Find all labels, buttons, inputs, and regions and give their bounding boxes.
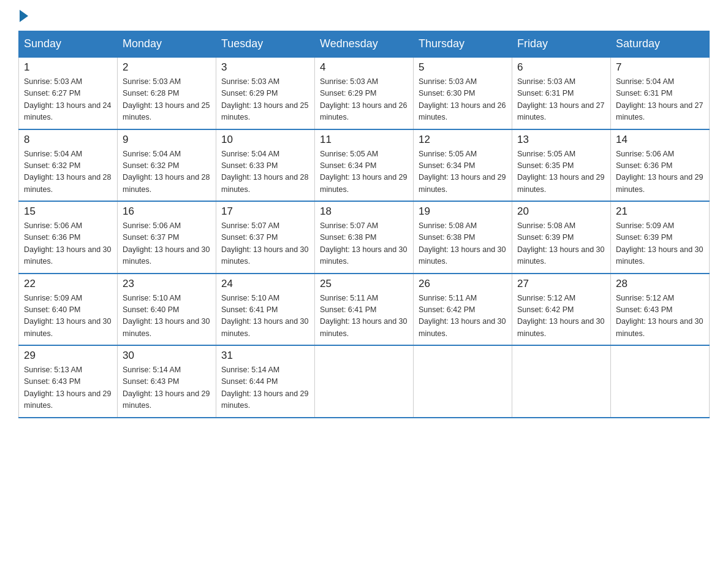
day-info: Sunrise: 5:10 AMSunset: 6:40 PMDaylight:… — [123, 293, 211, 340]
day-info: Sunrise: 5:08 AMSunset: 6:39 PMDaylight:… — [517, 220, 605, 268]
day-info: Sunrise: 5:14 AMSunset: 6:43 PMDaylight:… — [123, 364, 211, 412]
day-number: 8 — [24, 134, 112, 146]
calendar-cell: 5Sunrise: 5:03 AMSunset: 6:30 PMDaylight… — [414, 57, 512, 129]
day-number: 24 — [221, 278, 309, 290]
day-number: 12 — [419, 134, 507, 146]
calendar-cell — [414, 345, 512, 418]
header-cell-monday: Monday — [118, 31, 216, 58]
calendar-cell: 22Sunrise: 5:09 AMSunset: 6:40 PMDayligh… — [19, 274, 118, 346]
calendar-cell: 20Sunrise: 5:08 AMSunset: 6:39 PMDayligh… — [512, 201, 611, 274]
calendar-cell: 31Sunrise: 5:14 AMSunset: 6:44 PMDayligh… — [216, 345, 315, 418]
calendar-cell: 26Sunrise: 5:11 AMSunset: 6:42 PMDayligh… — [414, 274, 512, 346]
day-info: Sunrise: 5:05 AMSunset: 6:34 PMDaylight:… — [419, 148, 507, 196]
day-number: 30 — [123, 350, 211, 362]
calendar-cell: 7Sunrise: 5:04 AMSunset: 6:31 PMDaylight… — [611, 57, 710, 129]
day-info: Sunrise: 5:11 AMSunset: 6:41 PMDaylight:… — [320, 293, 408, 340]
day-number: 20 — [517, 205, 605, 218]
calendar-cell — [512, 345, 611, 418]
header-row: SundayMondayTuesdayWednesdayThursdayFrid… — [19, 31, 710, 58]
day-info: Sunrise: 5:06 AMSunset: 6:37 PMDaylight:… — [123, 220, 211, 268]
day-number: 9 — [123, 134, 211, 146]
day-number: 1 — [24, 61, 112, 74]
day-number: 19 — [419, 205, 507, 218]
day-info: Sunrise: 5:03 AMSunset: 6:28 PMDaylight:… — [123, 76, 211, 124]
header-cell-saturday: Saturday — [611, 31, 710, 58]
calendar-cell: 11Sunrise: 5:05 AMSunset: 6:34 PMDayligh… — [315, 129, 414, 202]
day-info: Sunrise: 5:03 AMSunset: 6:31 PMDaylight:… — [517, 76, 605, 124]
calendar-cell: 2Sunrise: 5:03 AMSunset: 6:28 PMDaylight… — [118, 57, 216, 129]
logo-triangle-icon — [20, 10, 28, 22]
day-number: 2 — [123, 61, 211, 74]
day-number: 17 — [221, 205, 309, 218]
day-info: Sunrise: 5:08 AMSunset: 6:38 PMDaylight:… — [419, 220, 507, 268]
day-info: Sunrise: 5:03 AMSunset: 6:29 PMDaylight:… — [320, 76, 408, 124]
day-info: Sunrise: 5:05 AMSunset: 6:35 PMDaylight:… — [517, 148, 605, 196]
day-number: 14 — [616, 134, 704, 146]
calendar-cell: 9Sunrise: 5:04 AMSunset: 6:32 PMDaylight… — [118, 129, 216, 202]
header-cell-sunday: Sunday — [19, 31, 118, 58]
day-info: Sunrise: 5:03 AMSunset: 6:30 PMDaylight:… — [419, 76, 507, 124]
day-number: 28 — [616, 278, 704, 290]
calendar-cell: 27Sunrise: 5:12 AMSunset: 6:42 PMDayligh… — [512, 274, 611, 346]
day-info: Sunrise: 5:03 AMSunset: 6:29 PMDaylight:… — [221, 76, 309, 124]
day-number: 13 — [517, 134, 605, 146]
calendar-row-3: 15Sunrise: 5:06 AMSunset: 6:36 PMDayligh… — [19, 201, 710, 274]
day-info: Sunrise: 5:12 AMSunset: 6:43 PMDaylight:… — [616, 293, 704, 340]
day-info: Sunrise: 5:12 AMSunset: 6:42 PMDaylight:… — [517, 293, 605, 340]
day-number: 31 — [221, 350, 309, 362]
day-number: 21 — [616, 205, 704, 218]
page-header — [18, 12, 710, 25]
calendar-row-1: 1Sunrise: 5:03 AMSunset: 6:27 PMDaylight… — [19, 57, 710, 129]
calendar-cell — [611, 345, 710, 418]
day-info: Sunrise: 5:06 AMSunset: 6:36 PMDaylight:… — [616, 148, 704, 196]
calendar-cell: 6Sunrise: 5:03 AMSunset: 6:31 PMDaylight… — [512, 57, 611, 129]
day-info: Sunrise: 5:09 AMSunset: 6:39 PMDaylight:… — [616, 220, 704, 268]
day-info: Sunrise: 5:09 AMSunset: 6:40 PMDaylight:… — [24, 293, 112, 340]
calendar-body: 1Sunrise: 5:03 AMSunset: 6:27 PMDaylight… — [19, 57, 710, 418]
calendar-cell: 1Sunrise: 5:03 AMSunset: 6:27 PMDaylight… — [19, 57, 118, 129]
day-number: 11 — [320, 134, 408, 146]
day-info: Sunrise: 5:04 AMSunset: 6:32 PMDaylight:… — [123, 148, 211, 196]
calendar-cell: 10Sunrise: 5:04 AMSunset: 6:33 PMDayligh… — [216, 129, 315, 202]
day-info: Sunrise: 5:07 AMSunset: 6:38 PMDaylight:… — [320, 220, 408, 268]
day-info: Sunrise: 5:11 AMSunset: 6:42 PMDaylight:… — [419, 293, 507, 340]
day-number: 6 — [517, 61, 605, 74]
calendar-cell: 8Sunrise: 5:04 AMSunset: 6:32 PMDaylight… — [19, 129, 118, 202]
day-info: Sunrise: 5:13 AMSunset: 6:43 PMDaylight:… — [24, 364, 112, 412]
day-number: 27 — [517, 278, 605, 290]
calendar-cell: 3Sunrise: 5:03 AMSunset: 6:29 PMDaylight… — [216, 57, 315, 129]
day-info: Sunrise: 5:03 AMSunset: 6:27 PMDaylight:… — [24, 76, 112, 124]
day-info: Sunrise: 5:14 AMSunset: 6:44 PMDaylight:… — [221, 364, 309, 412]
calendar-cell — [315, 345, 414, 418]
calendar-cell: 18Sunrise: 5:07 AMSunset: 6:38 PMDayligh… — [315, 201, 414, 274]
logo — [18, 12, 29, 25]
calendar-cell: 24Sunrise: 5:10 AMSunset: 6:41 PMDayligh… — [216, 274, 315, 346]
calendar-cell: 28Sunrise: 5:12 AMSunset: 6:43 PMDayligh… — [611, 274, 710, 346]
calendar-cell: 13Sunrise: 5:05 AMSunset: 6:35 PMDayligh… — [512, 129, 611, 202]
day-info: Sunrise: 5:05 AMSunset: 6:34 PMDaylight:… — [320, 148, 408, 196]
day-number: 16 — [123, 205, 211, 218]
day-number: 3 — [221, 61, 309, 74]
logo-line1 — [18, 12, 29, 25]
calendar-cell: 19Sunrise: 5:08 AMSunset: 6:38 PMDayligh… — [414, 201, 512, 274]
calendar-row-4: 22Sunrise: 5:09 AMSunset: 6:40 PMDayligh… — [19, 274, 710, 346]
day-info: Sunrise: 5:04 AMSunset: 6:32 PMDaylight:… — [24, 148, 112, 196]
day-number: 10 — [221, 134, 309, 146]
header-cell-friday: Friday — [512, 31, 611, 58]
day-number: 15 — [24, 205, 112, 218]
calendar-table: SundayMondayTuesdayWednesdayThursdayFrid… — [18, 31, 710, 418]
calendar-row-5: 29Sunrise: 5:13 AMSunset: 6:43 PMDayligh… — [19, 345, 710, 418]
header-cell-thursday: Thursday — [414, 31, 512, 58]
day-info: Sunrise: 5:04 AMSunset: 6:33 PMDaylight:… — [221, 148, 309, 196]
calendar-cell: 25Sunrise: 5:11 AMSunset: 6:41 PMDayligh… — [315, 274, 414, 346]
day-number: 25 — [320, 278, 408, 290]
calendar-cell: 16Sunrise: 5:06 AMSunset: 6:37 PMDayligh… — [118, 201, 216, 274]
calendar-cell: 23Sunrise: 5:10 AMSunset: 6:40 PMDayligh… — [118, 274, 216, 346]
day-number: 23 — [123, 278, 211, 290]
calendar-cell: 15Sunrise: 5:06 AMSunset: 6:36 PMDayligh… — [19, 201, 118, 274]
day-number: 7 — [616, 61, 704, 74]
calendar-cell: 21Sunrise: 5:09 AMSunset: 6:39 PMDayligh… — [611, 201, 710, 274]
day-number: 18 — [320, 205, 408, 218]
calendar-row-2: 8Sunrise: 5:04 AMSunset: 6:32 PMDaylight… — [19, 129, 710, 202]
header-cell-tuesday: Tuesday — [216, 31, 315, 58]
